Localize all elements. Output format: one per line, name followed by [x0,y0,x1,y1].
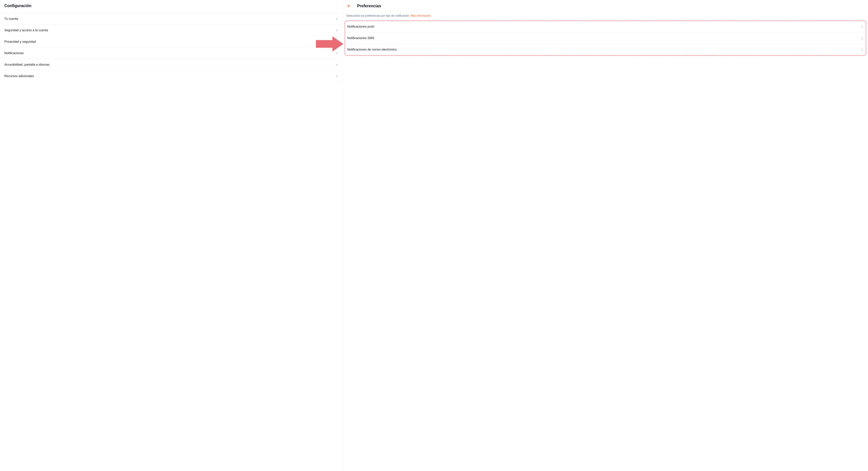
sidebar-item-label: Privacidad y seguridad [4,40,36,43]
pref-item-sms[interactable]: Notificaciones SMS [345,32,866,44]
sidebar-item-accessibility[interactable]: Accesibilidad, pantalla e idiomas [0,59,343,70]
sidebar-item-label: Recursos adicionales [4,74,34,78]
pref-item-push[interactable]: Notificaciones push [345,21,866,32]
sidebar-item-label: Notificaciones [4,52,24,55]
annotation-highlight-box: Notificaciones push Notificaciones SMS N… [345,21,866,56]
pref-item-label: Notificaciones de correo electrónico [347,48,397,52]
chevron-right-icon [335,18,338,21]
chevron-right-icon [335,29,338,32]
preferences-panel: Preferencias Selecciona tus preferencias… [343,0,868,471]
chevron-right-icon [335,63,338,66]
sidebar-title: Configuración [0,0,343,13]
sidebar-item-security[interactable]: Seguridad y acceso a la cuenta [0,25,343,36]
chevron-right-icon [335,40,338,43]
preferences-description: Selecciona tus preferencias por tipo de … [343,13,868,21]
settings-layout: Configuración Tu cuenta Seguridad y acce… [0,0,868,471]
sidebar-item-label: Accesibilidad, pantalla e idiomas [4,63,50,66]
back-arrow-icon[interactable] [346,3,352,9]
chevron-right-icon [861,37,864,40]
pref-item-email[interactable]: Notificaciones de correo electrónico [345,44,866,55]
description-text: Selecciona tus preferencias por tipo de … [346,14,410,17]
chevron-right-icon [335,75,338,78]
preferences-title: Preferencias [357,4,381,8]
sidebar-item-label: Seguridad y acceso a la cuenta [4,29,48,32]
preferences-header: Preferencias [343,0,868,13]
pref-item-label: Notificaciones SMS [347,36,374,40]
sidebar-item-account[interactable]: Tu cuenta [0,13,343,25]
more-info-link[interactable]: Más información [410,14,431,17]
chevron-right-icon [861,25,864,28]
sidebar-item-label: Tu cuenta [4,17,18,21]
sidebar-item-notifications[interactable]: Notificaciones [0,48,343,59]
sidebar-item-resources[interactable]: Recursos adicionales [0,70,343,82]
chevron-right-icon [861,48,864,51]
chevron-right-icon [335,52,338,55]
pref-item-label: Notificaciones push [347,25,374,29]
sidebar-item-privacy[interactable]: Privacidad y seguridad [0,36,343,48]
settings-sidebar: Configuración Tu cuenta Seguridad y acce… [0,0,343,471]
